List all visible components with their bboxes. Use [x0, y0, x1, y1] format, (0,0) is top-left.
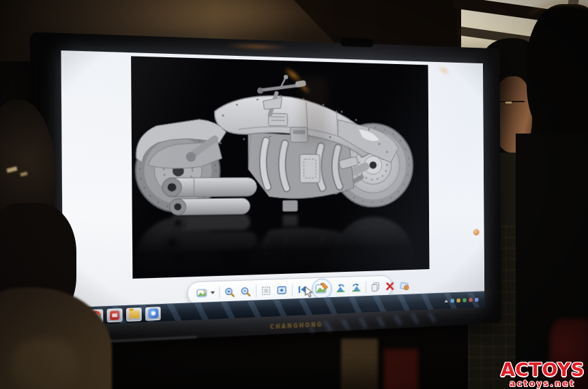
edit-button[interactable]	[312, 278, 332, 299]
actual-size-button[interactable]	[261, 285, 272, 297]
toolbar-separator	[256, 285, 256, 297]
taskbar-reader-icon[interactable]	[107, 308, 123, 322]
properties-button[interactable]	[399, 280, 410, 292]
bezel-cool-reflection	[310, 312, 439, 332]
system-tray	[445, 298, 481, 303]
screen	[61, 50, 484, 326]
red-clothing-blob	[384, 349, 418, 389]
blue-app-icon	[148, 308, 158, 318]
tray-app-icon[interactable]	[469, 298, 472, 302]
watermark: ACTOYS actoys.net	[501, 360, 585, 388]
toolbar-separator	[292, 283, 293, 296]
copy-button[interactable]	[370, 281, 381, 292]
watermark-title: ACTOYS	[501, 360, 585, 379]
dropdown-caret-icon[interactable]	[211, 291, 215, 294]
reflection-fade	[132, 212, 429, 279]
taskbar-folder-icon[interactable]	[126, 307, 142, 322]
tray-network-icon[interactable]	[450, 299, 454, 303]
tray-volume-icon[interactable]	[475, 298, 478, 302]
zoom-in-button[interactable]	[224, 286, 236, 298]
taskbar-pc-manager-icon[interactable]	[145, 307, 161, 321]
toolbar-separator	[219, 286, 220, 298]
zoom-out-button[interactable]	[240, 285, 252, 298]
orange-light-glare	[437, 64, 452, 76]
lit-wall-strip	[341, 339, 378, 389]
photograph-scene: CHANGHONG ACTOYS actoys.net	[0, 0, 588, 389]
delete-button[interactable]	[385, 281, 396, 292]
picture-browse-button[interactable]	[196, 287, 209, 299]
fit-to-window-button[interactable]	[276, 284, 288, 296]
rotate-left-button[interactable]	[336, 282, 347, 294]
glasses-glint	[505, 102, 512, 104]
left-person-sleeve-highlight	[12, 339, 78, 389]
watermark-site: actoys.net	[501, 379, 585, 388]
toolbar-separator	[366, 281, 366, 294]
photo-viewer-image[interactable]	[131, 56, 429, 279]
red-app-icon	[110, 310, 119, 320]
folder-icon	[129, 310, 139, 318]
webcam-bump	[340, 37, 373, 47]
tray-expand-icon[interactable]	[445, 300, 448, 302]
viewer-logo-dot	[473, 229, 480, 236]
bezel-warm-reflection	[224, 42, 290, 50]
mouse-cursor-icon	[305, 285, 314, 298]
motorcycle-model	[135, 71, 413, 215]
tray-security-icon[interactable]	[462, 298, 466, 302]
monitor: CHANGHONG	[30, 32, 501, 346]
tray-update-icon[interactable]	[456, 298, 460, 302]
rotate-right-button[interactable]	[351, 281, 362, 293]
